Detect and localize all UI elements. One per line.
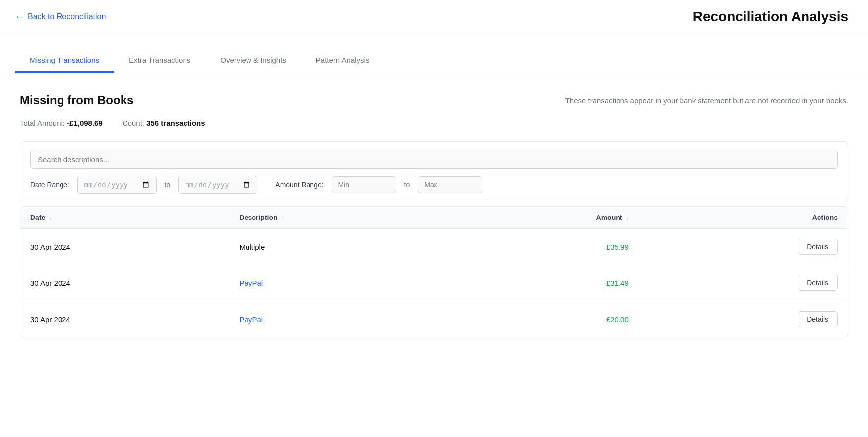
back-arrow-icon: ← — [15, 12, 24, 22]
total-amount-value: -£1,098.69 — [67, 119, 103, 127]
col-header-date[interactable]: Date ↕ — [20, 207, 230, 229]
table-body: 30 Apr 2024 Multiple £35.99 Details 30 A… — [20, 229, 848, 337]
cell-description: Multiple — [230, 229, 455, 265]
sort-date-icon: ↕ — [49, 215, 52, 221]
back-link-label: Back to Reconciliation — [28, 12, 106, 21]
section-title: Missing from Books — [20, 93, 133, 107]
main-content: Missing from Books These transactions ap… — [0, 73, 868, 357]
total-amount-item: Total Amount: -£1,098.69 — [20, 119, 103, 127]
table-header-row: Date ↕ Description ↕ Amount ↕ Actions — [20, 207, 848, 229]
description-link[interactable]: PayPal — [240, 315, 263, 324]
col-header-description[interactable]: Description ↕ — [230, 207, 455, 229]
col-header-actions: Actions — [639, 207, 848, 229]
search-input[interactable] — [30, 150, 838, 169]
sort-description-icon: ↕ — [281, 215, 284, 221]
date-range-label: Date Range: — [30, 181, 69, 189]
sort-amount-icon: ↕ — [626, 215, 629, 221]
date-to-input[interactable] — [178, 176, 257, 194]
table-row: 30 Apr 2024 PayPal £20.00 Details — [20, 301, 848, 337]
cell-date: 30 Apr 2024 — [20, 301, 230, 337]
date-sep: to — [165, 181, 171, 189]
col-header-amount[interactable]: Amount ↕ — [455, 207, 639, 229]
cell-amount: £31.49 — [455, 265, 639, 301]
amount-sep: to — [404, 181, 410, 189]
back-link[interactable]: ← Back to Reconciliation — [15, 12, 106, 22]
cell-description: PayPal — [230, 265, 455, 301]
total-amount-label: Total Amount: — [20, 119, 65, 127]
cell-amount: £35.99 — [455, 229, 639, 265]
tab-overview-insights[interactable]: Overview & Insights — [205, 49, 301, 73]
table-row: 30 Apr 2024 PayPal £31.49 Details — [20, 265, 848, 301]
cell-amount: £20.00 — [455, 301, 639, 337]
summary-row: Total Amount: -£1,098.69 Count: 356 tran… — [20, 119, 848, 127]
count-label: Count: — [123, 119, 144, 127]
tab-pattern-analysis[interactable]: Pattern Analysis — [301, 49, 384, 73]
cell-description: PayPal — [230, 301, 455, 337]
count-item: Count: 356 transactions — [123, 119, 205, 127]
cell-date: 30 Apr 2024 — [20, 229, 230, 265]
page-header: ← Back to Reconciliation Reconciliation … — [0, 0, 868, 34]
cell-actions: Details — [639, 229, 848, 265]
amount-max-input[interactable] — [418, 176, 482, 193]
amount-range-label: Amount Range: — [275, 181, 323, 189]
page-title: Reconciliation Analysis — [693, 9, 848, 25]
details-button[interactable]: Details — [798, 239, 838, 255]
details-button[interactable]: Details — [798, 311, 838, 327]
table-row: 30 Apr 2024 Multiple £35.99 Details — [20, 229, 848, 265]
cell-actions: Details — [639, 265, 848, 301]
count-value: 356 transactions — [146, 119, 205, 127]
filters-section: Date Range: to Amount Range: to — [20, 141, 848, 202]
section-header: Missing from Books These transactions ap… — [20, 93, 848, 107]
cell-date: 30 Apr 2024 — [20, 265, 230, 301]
description-link[interactable]: PayPal — [240, 279, 263, 287]
filter-row: Date Range: to Amount Range: to — [30, 176, 838, 194]
tab-missing-transactions[interactable]: Missing Transactions — [15, 49, 114, 73]
amount-min-input[interactable] — [332, 176, 396, 193]
details-button[interactable]: Details — [798, 275, 838, 291]
tab-extra-transactions[interactable]: Extra Transactions — [114, 49, 205, 73]
tabs-container: Missing Transactions Extra Transactions … — [0, 49, 868, 73]
cell-actions: Details — [639, 301, 848, 337]
transactions-table: Date ↕ Description ↕ Amount ↕ Actions — [20, 207, 848, 337]
transactions-table-wrapper: Date ↕ Description ↕ Amount ↕ Actions — [20, 206, 848, 337]
date-from-input[interactable] — [77, 176, 157, 194]
tabs: Missing Transactions Extra Transactions … — [15, 49, 853, 73]
section-description: These transactions appear in your bank s… — [565, 93, 848, 105]
